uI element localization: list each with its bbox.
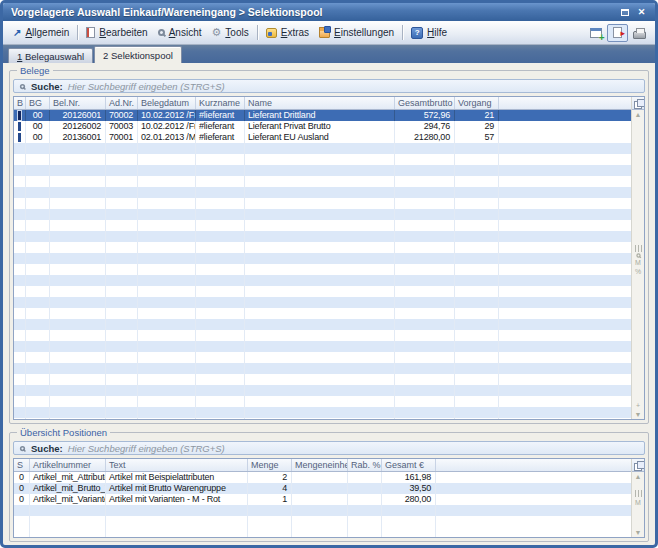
table-cell (14, 407, 26, 418)
table-row[interactable]: 0Artikel_mit_AttributenArtikel mit Beisp… (14, 472, 631, 483)
table-cell (14, 352, 26, 363)
table-row[interactable]: 0Artikel_mit_VariantenArtikel mit Varian… (14, 494, 631, 505)
column-header[interactable]: Text (106, 459, 248, 471)
table-cell (245, 209, 395, 220)
grip-icon[interactable] (635, 490, 642, 497)
column-chooser-button[interactable] (632, 459, 645, 472)
help-icon: ? (411, 27, 423, 39)
table-cell (138, 198, 196, 209)
table-cell-filler (499, 308, 631, 319)
tab-belegauswahl[interactable]: 1 Belegauswahl (8, 48, 93, 63)
rail-percent-icon[interactable]: % (635, 267, 641, 276)
table-cell (138, 209, 196, 220)
positionen-search-bar[interactable]: Suche: Hier Suchbegriff eingeben (STRG+S… (13, 441, 645, 455)
table-row[interactable]: 00201260027000310.02.2012 /Fr#lieferantL… (14, 121, 631, 132)
table-cell (138, 418, 196, 419)
table-cell: #lieferant (196, 110, 245, 121)
menu-item-allgemein[interactable]: ↗Allgemein (8, 24, 74, 41)
menu-item-bearbeiten[interactable]: Bearbeiten (81, 24, 152, 41)
close-button[interactable]: ✕ (634, 6, 649, 19)
table-cell (14, 165, 26, 176)
table-cell-filler (436, 472, 631, 483)
table-cell (26, 286, 50, 297)
column-header[interactable]: B (14, 97, 26, 109)
table-cell (455, 209, 499, 220)
scroll-top-icon[interactable]: ▲ (635, 110, 642, 119)
table-cell (245, 330, 395, 341)
column-header[interactable]: BG (26, 97, 50, 109)
table-cell (196, 209, 245, 220)
table-cell (26, 165, 50, 176)
column-header[interactable]: Gesamtbrutto (395, 97, 455, 109)
scroll-plus-icon[interactable]: + (636, 401, 640, 410)
table-row[interactable]: 00201360017000102.01.2013 /Mi#lieferantL… (14, 132, 631, 143)
belege-table-body: 00201260017000210.02.2012 /Fr#lieferantL… (14, 110, 631, 419)
column-header[interactable]: Belegdatum (138, 97, 196, 109)
column-header[interactable]: Kurzname (196, 97, 245, 109)
rail-search-icon[interactable] (636, 253, 640, 257)
restore-button[interactable] (617, 6, 632, 19)
table-cell (245, 154, 395, 165)
title-bar[interactable]: Vorgelagerte Auswahl Einkauf/Wareneingan… (3, 3, 655, 21)
table-cell-filler (499, 121, 631, 132)
menu-item-ansicht[interactable]: Ansicht (153, 24, 207, 41)
table-row[interactable]: 0Artikel_mit_Brutto_WGArtikel mit Brutto… (14, 483, 631, 494)
table-cell (14, 297, 26, 308)
column-header[interactable]: S (14, 459, 30, 471)
table-cell (395, 374, 455, 385)
table-cell (196, 297, 245, 308)
positionen-scroll-rail: ▲ M ▼ (631, 459, 644, 537)
grip-icon[interactable] (635, 245, 642, 252)
column-chooser-button[interactable] (632, 97, 645, 110)
table-empty-row (14, 187, 631, 198)
table-empty-row (14, 396, 631, 407)
table-cell (138, 187, 196, 198)
table-cell (395, 154, 455, 165)
table-row[interactable]: 00201260017000210.02.2012 /Fr#lieferantL… (14, 110, 631, 121)
table-cell (455, 374, 499, 385)
table-cell (14, 143, 26, 154)
scroll-bottom-icon[interactable]: ▼ (635, 528, 642, 537)
column-header[interactable]: Rab. % (348, 459, 382, 471)
exit-button[interactable] (607, 24, 628, 42)
column-header[interactable]: Artikelnummer (30, 459, 106, 471)
rail-m-icon[interactable]: M (635, 498, 641, 507)
scroll-bottom-icon[interactable]: ▼ (635, 410, 642, 419)
table-empty-row (14, 231, 631, 242)
table-cell (106, 396, 138, 407)
column-header[interactable]: Mengeneinheit (292, 459, 348, 471)
table-cell (26, 297, 50, 308)
menu-separator (257, 25, 258, 40)
menu-item-einstellungen[interactable]: Einstellungen (314, 24, 399, 41)
column-header[interactable]: Bel.Nr. (50, 97, 106, 109)
menu-item-tools[interactable]: ⚙Tools (206, 24, 253, 41)
menu-item-hilfe[interactable]: ?Hilfe (406, 24, 452, 42)
table-cell (455, 396, 499, 407)
menu-item-extras[interactable]: Extras (261, 24, 314, 41)
column-header[interactable]: Name (245, 97, 395, 109)
table-cell (196, 154, 245, 165)
table-cell (14, 264, 26, 275)
rail-m-icon[interactable]: M (635, 258, 641, 267)
view-icon (158, 29, 165, 36)
column-header[interactable]: Gesamt € (382, 459, 436, 471)
column-header[interactable]: Menge (248, 459, 292, 471)
table-cell-filler (499, 231, 631, 242)
table-cell (248, 516, 292, 527)
table-cell (26, 385, 50, 396)
print-button[interactable] (629, 24, 650, 42)
scroll-top-icon[interactable]: ▲ (635, 472, 642, 481)
table-empty-row (14, 330, 631, 341)
table-cell (50, 165, 106, 176)
menu-item-label: Ansicht (169, 27, 202, 38)
table-cell (26, 231, 50, 242)
column-header[interactable]: Ad.Nr. (106, 97, 138, 109)
column-header[interactable]: Vorgang (455, 97, 499, 109)
table-cell: 10.02.2012 /Fr (138, 121, 196, 132)
tab-selektionspool[interactable]: 2 Selektionspool (94, 46, 182, 63)
export-grid-button[interactable] (585, 24, 606, 42)
belege-search-bar[interactable]: Suche: Hier Suchbegriff eingeben (STRG+S… (13, 79, 645, 93)
table-cell (245, 374, 395, 385)
table-cell (245, 396, 395, 407)
table-cell (26, 363, 50, 374)
